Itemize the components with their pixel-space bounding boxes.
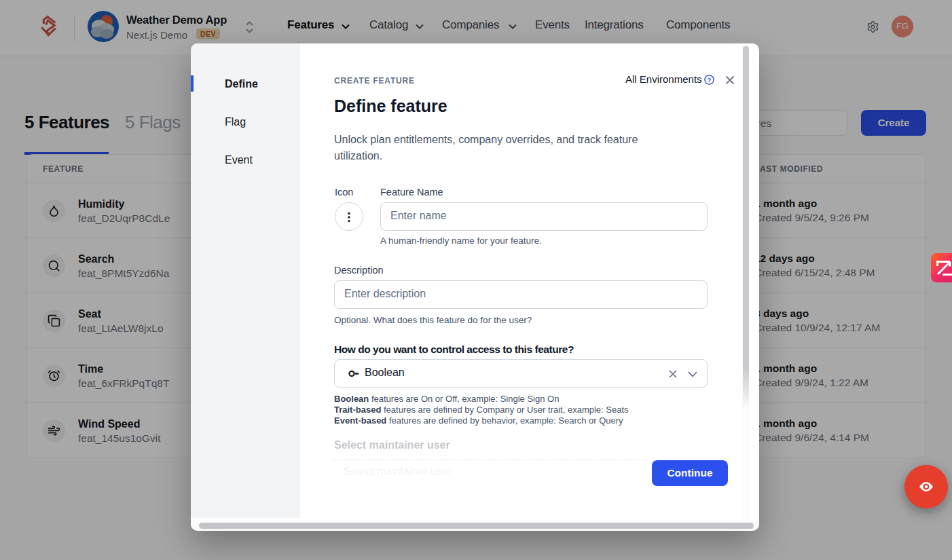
svg-text:?: ? [708,77,712,83]
